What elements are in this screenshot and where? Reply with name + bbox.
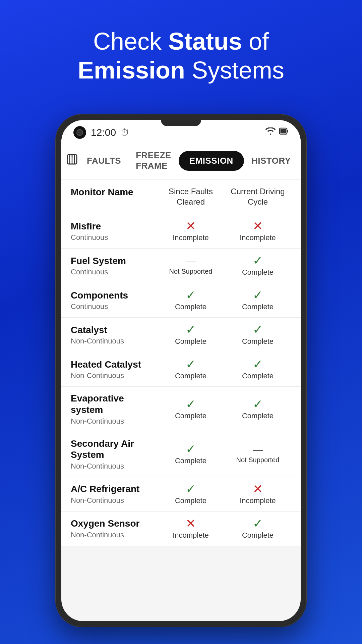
monitor-type: Continuous	[71, 233, 157, 242]
monitor-info: Misfire Continuous	[71, 221, 157, 242]
since-faults-status: ✓ Complete	[157, 398, 224, 420]
col-header-current: Current DrivingCycle	[224, 186, 291, 207]
tab-faults[interactable]: Faults	[79, 151, 128, 171]
monitor-info: A/C Refrigerant Non-Continuous	[71, 483, 157, 505]
status-icon-complete: ✓	[253, 324, 263, 336]
monitor-name: Fuel System	[71, 255, 157, 267]
monitor-info: Heated Catalyst Non-Continuous	[71, 359, 157, 380]
table-row: Secondary Air System Non-Continuous ✓ Co…	[61, 432, 301, 477]
monitor-type: Continuous	[71, 268, 157, 276]
col-header-name: Monitor Name	[71, 186, 157, 207]
monitor-name: Components	[71, 290, 157, 301]
status-label: Complete	[175, 372, 206, 380]
phone-mockup: 12:00 ⏱	[55, 114, 307, 627]
monitor-type: Non-Continuous	[71, 371, 157, 380]
current-cycle-status: ✕ Incomplete	[224, 220, 291, 242]
status-label: Complete	[242, 372, 274, 380]
status-icon-incomplete: ✕	[253, 220, 263, 232]
time-display: 12:00	[91, 127, 116, 138]
status-label: Complete	[175, 496, 206, 505]
table-row: A/C Refrigerant Non-Continuous ✓ Complet…	[61, 477, 301, 512]
monitor-info: Secondary Air System Non-Continuous	[71, 438, 157, 471]
current-cycle-status: ✓ Complete	[224, 358, 291, 380]
table-row: Fuel System Continuous — Not Supported ✓…	[61, 249, 301, 283]
monitor-name: Evaporative system	[71, 393, 157, 415]
status-icon-incomplete: ✕	[186, 518, 196, 530]
since-faults-status: — Not Supported	[157, 256, 224, 275]
hero-line1: Check Status ofEmission Systems	[78, 28, 284, 84]
current-cycle-status: ✓ Complete	[224, 324, 291, 346]
status-icon-complete: ✓	[253, 255, 263, 267]
monitor-name: Oxygen Sensor	[71, 518, 157, 529]
table-row: Components Continuous ✓ Complete ✓ Compl…	[61, 283, 301, 318]
since-faults-status: ✓ Complete	[157, 483, 224, 505]
monitor-info: Catalyst Non-Continuous	[71, 324, 157, 346]
wifi-icon	[265, 127, 276, 138]
since-faults-status: ✕ Incomplete	[157, 518, 224, 540]
since-faults-status: ✓ Complete	[157, 324, 224, 346]
status-label: Not Supported	[169, 268, 213, 275]
status-icon-complete: ✓	[186, 398, 196, 410]
status-label: Incomplete	[173, 233, 209, 242]
status-label: Complete	[242, 268, 274, 277]
status-label: Complete	[175, 303, 206, 311]
camera-icon	[73, 126, 86, 139]
monitor-type: Non-Continuous	[71, 337, 157, 345]
status-bar-left: 12:00 ⏱	[73, 126, 129, 139]
monitor-type: Non-Continuous	[71, 531, 157, 539]
hero-heading: Check Status ofEmission Systems	[0, 0, 362, 98]
current-cycle-status: ✓ Complete	[224, 255, 291, 277]
status-label: Complete	[242, 303, 274, 311]
battery-icon	[279, 127, 289, 138]
status-label: Complete	[175, 412, 206, 420]
status-icon-complete: ✓	[186, 289, 196, 301]
monitor-name: Catalyst	[71, 324, 157, 336]
svg-rect-1	[287, 130, 288, 132]
obd-icon	[66, 153, 78, 168]
monitor-info: Components Continuous	[71, 290, 157, 311]
emission-table: Monitor Name Since FaultsCleared Current…	[61, 179, 301, 546]
monitor-type: Continuous	[71, 302, 157, 311]
phone-notch	[161, 120, 201, 126]
filter-icon: ⏱	[121, 127, 129, 138]
monitor-name: Secondary Air System	[71, 438, 157, 461]
status-icon-complete: ✓	[253, 518, 263, 530]
table-row: Catalyst Non-Continuous ✓ Complete ✓ Com…	[61, 318, 301, 352]
status-label: Incomplete	[240, 233, 276, 242]
monitor-type: Non-Continuous	[71, 417, 157, 426]
svg-rect-2	[281, 129, 286, 133]
current-cycle-status: ✕ Incomplete	[224, 483, 291, 505]
status-icon-not-supported: —	[186, 256, 196, 266]
monitor-info: Oxygen Sensor Non-Continuous	[71, 518, 157, 539]
monitor-type: Non-Continuous	[71, 462, 157, 471]
status-label: Complete	[175, 337, 206, 346]
phone-screen: 12:00 ⏱	[61, 120, 301, 621]
tab-freeze-frame[interactable]: Freeze Frame	[128, 146, 179, 176]
status-icon-complete: ✓	[186, 324, 196, 336]
current-cycle-status: ✓ Complete	[224, 289, 291, 311]
status-label: Not Supported	[236, 456, 280, 464]
monitor-name: A/C Refrigerant	[71, 483, 157, 495]
monitor-type: Non-Continuous	[71, 496, 157, 505]
since-faults-status: ✓ Complete	[157, 289, 224, 311]
status-label: Complete	[175, 457, 206, 465]
status-icon-complete: ✓	[186, 358, 196, 370]
phone-frame: 12:00 ⏱	[55, 114, 307, 627]
status-label: Complete	[242, 412, 274, 420]
monitor-name: Heated Catalyst	[71, 359, 157, 370]
status-icon-complete: ✓	[253, 289, 263, 301]
status-label: Incomplete	[240, 496, 276, 505]
col-header-since: Since FaultsCleared	[157, 186, 224, 207]
tab-history[interactable]: History	[244, 151, 298, 171]
current-cycle-status: ✓ Complete	[224, 518, 291, 540]
table-row: Oxygen Sensor Non-Continuous ✕ Incomplet…	[61, 512, 301, 546]
status-icon-incomplete: ✕	[253, 483, 263, 495]
current-cycle-status: ✓ Complete	[224, 398, 291, 420]
status-icon-not-supported: —	[253, 445, 263, 455]
tab-emission[interactable]: Emission	[179, 151, 244, 171]
table-row: Evaporative system Non-Continuous ✓ Comp…	[61, 387, 301, 432]
status-icon-complete: ✓	[186, 443, 196, 455]
since-faults-status: ✓ Complete	[157, 443, 224, 465]
since-faults-status: ✕ Incomplete	[157, 220, 224, 242]
status-icon-complete: ✓	[253, 358, 263, 370]
